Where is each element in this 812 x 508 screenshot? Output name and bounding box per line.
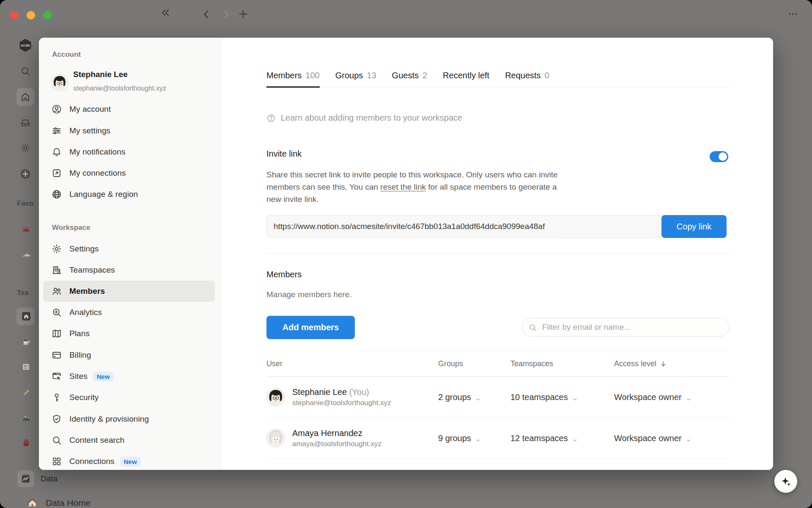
acme-workspace-logo[interactable]: ACME xyxy=(18,38,33,53)
minimize-window-button[interactable] xyxy=(27,11,35,19)
grid-icon xyxy=(51,456,62,467)
sidebar-item-label: Members xyxy=(69,287,105,296)
chevron-down-icon xyxy=(475,395,481,400)
sidebar-item-my-account[interactable]: My account xyxy=(43,99,215,120)
backpack-page-emoji[interactable] xyxy=(21,438,31,448)
member-email: amaya@toolsforthought.xyz xyxy=(292,440,381,448)
teamspace-home-icon[interactable] xyxy=(21,311,31,321)
close-window-button[interactable] xyxy=(10,11,19,19)
access-level-dropdown[interactable]: Workspace owner xyxy=(614,392,730,402)
sidebar-item-data-home[interactable]: Data Home xyxy=(25,497,91,508)
pencil-page-emoji[interactable] xyxy=(21,387,31,398)
sidebar-item-label: My notifications xyxy=(69,147,126,157)
chevron-down-icon xyxy=(686,395,691,400)
sidebar-item-my-connections[interactable]: My connections xyxy=(43,163,215,184)
sidebar-item-sites[interactable]: SitesNew xyxy=(43,366,215,387)
member-name: Stephanie Lee (You) xyxy=(292,387,391,397)
collapse-sidebar-icon[interactable] xyxy=(159,7,171,19)
learn-link[interactable]: Learn about adding members to your works… xyxy=(266,113,462,123)
tab-members[interactable]: Members100 xyxy=(266,71,320,88)
sidebar-item-plans[interactable]: Plans xyxy=(43,323,215,344)
member-user-cell: Amaya Hernandezamaya@toolsforthought.xyz xyxy=(266,428,438,448)
forward-icon[interactable] xyxy=(220,8,232,20)
sidebar-item-settings[interactable]: Settings xyxy=(43,238,215,260)
teamspaces-value: 12 teamspaces xyxy=(510,433,568,443)
new-badge: New xyxy=(120,457,141,467)
sneaker-page-emoji[interactable] xyxy=(21,249,31,260)
avatar xyxy=(266,388,285,406)
tab-count: 100 xyxy=(305,71,319,80)
chart-tile-icon xyxy=(21,474,30,483)
invite-link-toggle[interactable] xyxy=(710,151,728,162)
screen: ACME Favo Tea Data Data Home Account xyxy=(0,0,812,508)
teamspaces-section-label: Tea xyxy=(17,289,29,297)
member-name: Amaya Hernandez xyxy=(292,428,381,438)
tab-recently-left[interactable]: Recently left xyxy=(443,71,489,88)
sidebar-item-label: Teamspaces xyxy=(69,265,115,275)
column-header-groups[interactable]: Groups xyxy=(438,359,510,368)
home-icon[interactable] xyxy=(20,91,31,102)
toggle-knob xyxy=(719,152,727,161)
more-options-icon[interactable] xyxy=(787,8,799,20)
zoom-window-button[interactable] xyxy=(43,11,52,19)
tab-guests[interactable]: Guests2 xyxy=(392,71,427,88)
chevron-down-icon xyxy=(572,395,578,400)
sidebar-item-my-settings[interactable]: My settings xyxy=(43,120,215,141)
access-level-value: Workspace owner xyxy=(614,433,682,443)
sidebar-item-language-region[interactable]: Language & region xyxy=(43,184,215,205)
coffee-page-emoji[interactable] xyxy=(21,337,31,347)
phone-page-emoji[interactable] xyxy=(21,224,31,234)
column-header-user[interactable]: User xyxy=(266,359,438,368)
gear-icon xyxy=(51,243,62,254)
copy-link-button[interactable]: Copy link xyxy=(661,215,727,238)
groups-dropdown[interactable]: 2 groups xyxy=(438,392,510,402)
sidebar-item-billing[interactable]: Billing xyxy=(43,345,215,366)
column-header-teamspaces[interactable]: Teamspaces xyxy=(510,359,614,368)
tab-count: 0 xyxy=(545,71,549,80)
member-row: Stephanie Lee (You)stephanie@toolsfortho… xyxy=(266,377,730,418)
inbox-icon[interactable] xyxy=(20,117,31,128)
add-members-button[interactable]: Add members xyxy=(266,316,355,339)
member-row: Nicole Wu xyxy=(266,459,730,470)
sidebar-item-my-notifications[interactable]: My notifications xyxy=(43,141,215,163)
column-label: User xyxy=(266,359,283,368)
sidebar-item-members[interactable]: Members xyxy=(43,281,215,302)
teamspaces-dropdown[interactable]: 10 teamspaces xyxy=(510,392,614,402)
access-level-dropdown[interactable]: Workspace owner xyxy=(614,433,730,443)
map-icon xyxy=(51,328,62,339)
sidebar-item-label: Analytics xyxy=(69,308,102,317)
reset-link[interactable]: reset the link xyxy=(380,182,426,191)
sidebar-item-teamspaces[interactable]: Teamspaces xyxy=(43,260,215,281)
tab-groups[interactable]: Groups13 xyxy=(335,71,376,88)
avatar xyxy=(51,74,68,91)
search-icon[interactable] xyxy=(20,66,31,77)
sidebar-item-label: Plans xyxy=(69,329,90,338)
sidebar-item-identity-provisioning[interactable]: Identity & provisioning xyxy=(43,409,215,430)
mountain-page-emoji[interactable] xyxy=(21,413,31,423)
member-filter-input[interactable] xyxy=(541,322,723,332)
sidebar-item-content-search[interactable]: Content search xyxy=(43,430,215,451)
groups-dropdown[interactable]: 9 groups xyxy=(438,433,510,443)
sidebar-item-analytics[interactable]: Analytics xyxy=(43,302,215,323)
back-icon[interactable] xyxy=(200,8,212,20)
settings-gear-icon[interactable] xyxy=(20,143,31,154)
sort-arrow-down-icon xyxy=(660,360,667,367)
credit-card-icon xyxy=(51,350,62,361)
new-tab-icon[interactable] xyxy=(237,8,249,20)
teamspaces-dropdown[interactable]: 12 teamspaces xyxy=(510,433,614,443)
new-page-icon[interactable] xyxy=(19,168,31,180)
sidebar-item-data[interactable]: Data xyxy=(21,474,58,483)
column-header-access-level[interactable]: Access level xyxy=(614,359,730,368)
invite-link-title: Invite link xyxy=(266,149,302,159)
invite-url-field[interactable]: https://www.notion.so/acmesite/invite/c4… xyxy=(266,215,665,238)
tab-requests[interactable]: Requests0 xyxy=(505,71,549,88)
sidebar-item-connections[interactable]: ConnectionsNew xyxy=(43,451,215,470)
newspaper-page-emoji[interactable] xyxy=(21,362,31,372)
members-table-header: UserGroupsTeamspacesAccess level xyxy=(266,351,730,377)
search-icon xyxy=(51,435,62,446)
traffic-lights xyxy=(10,11,52,19)
settings-dialog: Account Stephanie Lee stephanie@toolsfor… xyxy=(39,38,773,470)
ai-assistant-button[interactable] xyxy=(774,470,797,493)
member-row: Amaya Hernandezamaya@toolsforthought.xyz… xyxy=(266,418,730,459)
sidebar-item-security[interactable]: Security xyxy=(43,387,215,408)
